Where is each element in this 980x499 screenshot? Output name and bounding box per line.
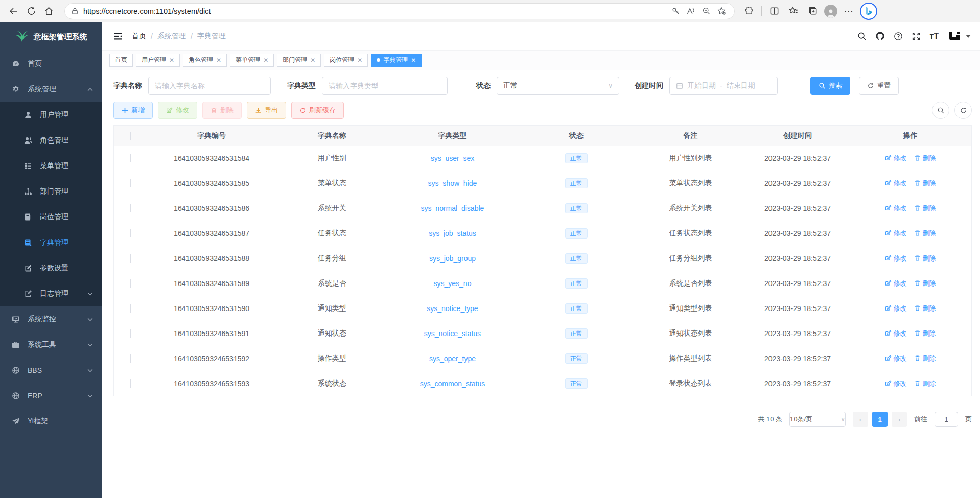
browser-back-button[interactable] xyxy=(5,3,22,20)
sidebar-item-BBS[interactable]: BBS xyxy=(0,358,102,383)
tab-close-icon[interactable]: ✕ xyxy=(216,57,221,64)
row-edit-link[interactable]: 修改 xyxy=(885,329,907,338)
app-logo[interactable]: 意框架管理系统 xyxy=(0,22,102,51)
row-delete-link[interactable]: 删除 xyxy=(914,354,936,363)
zoom-out-icon[interactable] xyxy=(698,4,714,19)
row-delete-link[interactable]: 删除 xyxy=(914,304,936,313)
delete-button[interactable]: 删除 xyxy=(202,102,242,119)
row-delete-link[interactable]: 删除 xyxy=(914,329,936,338)
dict-type-link[interactable]: sys_user_sex xyxy=(431,154,475,162)
next-page-button[interactable]: › xyxy=(892,412,907,427)
page-size-select[interactable]: 10条/页 ∨ xyxy=(789,412,846,427)
sidebar-item-岗位管理[interactable]: 岗位管理 xyxy=(0,204,102,230)
tab-字典管理[interactable]: 字典管理✕ xyxy=(371,54,422,67)
row-edit-link[interactable]: 修改 xyxy=(885,154,907,163)
dict-name-input[interactable] xyxy=(155,82,264,90)
row-delete-link[interactable]: 删除 xyxy=(914,379,936,388)
sidebar-item-Yi框架[interactable]: Yi框架 xyxy=(0,409,102,434)
tab-岗位管理[interactable]: 岗位管理✕ xyxy=(324,54,368,67)
row-checkbox[interactable] xyxy=(130,379,131,388)
tab-close-icon[interactable]: ✕ xyxy=(411,57,416,64)
tab-部门管理[interactable]: 部门管理✕ xyxy=(277,54,321,67)
row-edit-link[interactable]: 修改 xyxy=(885,304,907,313)
refresh-cache-button[interactable]: 刷新缓存 xyxy=(291,102,344,119)
sidebar-item-系统工具[interactable]: 系统工具 xyxy=(0,332,102,358)
dict-type-link[interactable]: sys_yes_no xyxy=(433,279,471,288)
row-edit-link[interactable]: 修改 xyxy=(885,229,907,238)
password-key-icon[interactable] xyxy=(668,4,683,19)
sidebar-item-字典管理[interactable]: 字典管理 xyxy=(0,230,102,255)
dict-type-link[interactable]: sys_job_group xyxy=(429,254,476,263)
favorite-star-icon[interactable] xyxy=(714,4,729,19)
user-brand-menu[interactable] xyxy=(947,29,971,43)
row-checkbox[interactable] xyxy=(130,179,131,187)
sidebar-fold-button[interactable] xyxy=(109,28,127,45)
row-checkbox[interactable] xyxy=(130,229,131,237)
tab-首页[interactable]: 首页 xyxy=(109,54,133,67)
font-size-icon[interactable]: ᴛT xyxy=(929,32,939,41)
tab-close-icon[interactable]: ✕ xyxy=(357,57,362,64)
row-checkbox[interactable] xyxy=(130,204,131,212)
refresh-table-button[interactable] xyxy=(954,102,972,119)
reset-button[interactable]: 重置 xyxy=(859,77,899,95)
dict-type-link[interactable]: sys_job_status xyxy=(429,229,476,237)
row-delete-link[interactable]: 删除 xyxy=(914,254,936,263)
row-edit-link[interactable]: 修改 xyxy=(885,354,907,363)
row-delete-link[interactable]: 删除 xyxy=(914,204,936,213)
browser-refresh-button[interactable] xyxy=(22,3,40,20)
tab-菜单管理[interactable]: 菜单管理✕ xyxy=(230,54,274,67)
browser-profile-avatar[interactable] xyxy=(824,5,837,18)
row-edit-link[interactable]: 修改 xyxy=(885,204,907,213)
sidebar-item-首页[interactable]: 首页 xyxy=(0,51,102,77)
favorites-hub-icon[interactable] xyxy=(785,3,802,19)
search-button[interactable]: 搜索 xyxy=(810,77,850,95)
dict-type-link[interactable]: sys_normal_disable xyxy=(421,204,484,212)
fullscreen-icon[interactable] xyxy=(912,32,921,41)
sidebar-item-菜单管理[interactable]: 菜单管理 xyxy=(0,153,102,179)
dict-type-link[interactable]: sys_oper_type xyxy=(429,354,476,363)
dict-type-link[interactable]: sys_show_hide xyxy=(428,179,477,187)
row-checkbox[interactable] xyxy=(130,154,131,162)
dict-type-input[interactable] xyxy=(329,82,441,90)
row-delete-link[interactable]: 删除 xyxy=(914,279,936,288)
sidebar-item-部门管理[interactable]: 部门管理 xyxy=(0,179,102,204)
tab-close-icon[interactable]: ✕ xyxy=(310,57,315,64)
sidebar-item-参数设置[interactable]: 参数设置 xyxy=(0,255,102,281)
sidebar-item-角色管理[interactable]: 角色管理 xyxy=(0,128,102,153)
tab-角色管理[interactable]: 角色管理✕ xyxy=(183,54,227,67)
dict-type-link[interactable]: sys_notice_status xyxy=(424,329,481,338)
current-page[interactable]: 1 xyxy=(872,412,888,427)
select-all-checkbox[interactable] xyxy=(130,132,131,140)
collections-icon[interactable] xyxy=(805,3,821,19)
split-screen-icon[interactable] xyxy=(766,3,782,19)
dict-type-link[interactable]: sys_common_status xyxy=(420,379,485,388)
date-range-picker[interactable]: 开始日期 - 结束日期 xyxy=(669,77,778,95)
row-edit-link[interactable]: 修改 xyxy=(885,379,907,388)
row-edit-link[interactable]: 修改 xyxy=(885,279,907,288)
extensions-icon[interactable] xyxy=(741,3,757,19)
row-checkbox[interactable] xyxy=(130,354,131,363)
tab-用户管理[interactable]: 用户管理✕ xyxy=(136,54,180,67)
export-button[interactable]: 导出 xyxy=(247,102,286,119)
settings-more-icon[interactable]: ⋯ xyxy=(841,3,857,19)
row-checkbox[interactable] xyxy=(130,329,131,338)
row-checkbox[interactable] xyxy=(130,254,131,263)
tab-close-icon[interactable]: ✕ xyxy=(169,57,174,64)
row-delete-link[interactable]: 删除 xyxy=(914,179,936,188)
row-delete-link[interactable]: 删除 xyxy=(914,154,936,163)
help-icon[interactable] xyxy=(894,32,903,41)
row-checkbox[interactable] xyxy=(130,279,131,288)
sidebar-item-ERP[interactable]: ERP xyxy=(0,383,102,409)
address-bar[interactable]: https://ccnetcore.com:1101/system/dict xyxy=(64,3,735,19)
edit-button[interactable]: 修改 xyxy=(158,102,197,119)
row-checkbox[interactable] xyxy=(130,304,131,313)
row-edit-link[interactable]: 修改 xyxy=(885,254,907,263)
tab-close-icon[interactable]: ✕ xyxy=(263,57,268,64)
status-select[interactable]: 正常 ∨ xyxy=(497,77,619,95)
sidebar-item-日志管理[interactable]: 日志管理 xyxy=(0,281,102,306)
add-button[interactable]: 新增 xyxy=(113,102,153,119)
github-icon[interactable] xyxy=(875,31,885,41)
bing-copilot-icon[interactable] xyxy=(860,3,877,20)
read-aloud-icon[interactable] xyxy=(683,4,698,19)
sidebar-item-系统监控[interactable]: 系统监控 xyxy=(0,306,102,332)
